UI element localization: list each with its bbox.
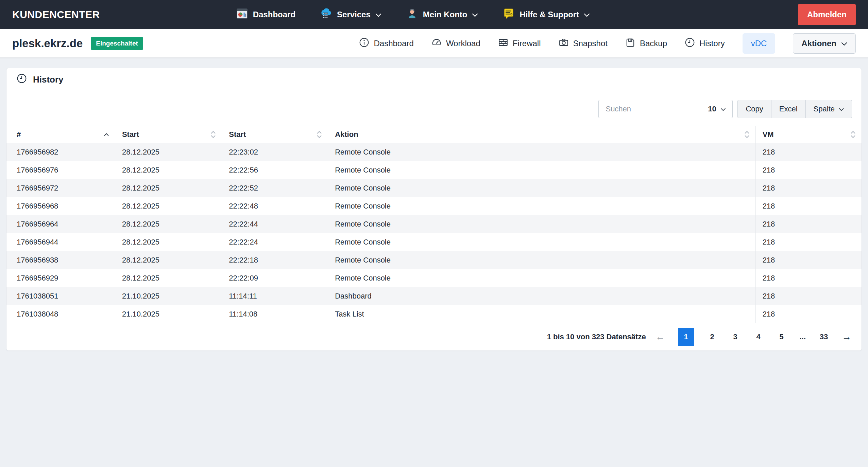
table-row: 176695693828.12.202522:22:18Remote Conso…	[6, 251, 862, 269]
cell-id: 1766956929	[6, 269, 115, 287]
column-header-vm[interactable]: VM	[755, 126, 862, 143]
column-header-aktion[interactable]: Aktion	[328, 126, 756, 143]
cell-date: 28.12.2025	[115, 233, 222, 251]
cell-action: Dashboard	[328, 287, 756, 305]
floppy-icon	[625, 37, 635, 50]
sort-both-icon	[744, 131, 750, 138]
cell-date: 28.12.2025	[115, 143, 222, 161]
search-input[interactable]	[598, 100, 701, 118]
cell-time: 11:14:08	[222, 305, 328, 323]
actions-dropdown-button[interactable]: Aktionen	[793, 33, 856, 54]
next-page-arrow[interactable]: →	[842, 331, 851, 342]
page-button-33[interactable]: 33	[819, 328, 829, 346]
column-header-id[interactable]: #	[6, 126, 115, 143]
table-row: 176695698228.12.202522:23:02Remote Conso…	[6, 143, 862, 161]
cell-date: 28.12.2025	[115, 197, 222, 215]
cell-vm: 218	[755, 215, 862, 233]
nav-label: Services	[337, 10, 371, 19]
sort-both-icon	[316, 131, 322, 138]
cell-time: 22:22:56	[222, 161, 328, 179]
column-header-start-time[interactable]: Start	[222, 126, 328, 143]
table-row: 176103804821.10.202511:14:08Task List218	[6, 305, 862, 323]
cell-action: Remote Console	[328, 143, 756, 161]
cell-action: Remote Console	[328, 233, 756, 251]
page-title: plesk.ekrz.de	[12, 37, 83, 50]
chevron-down-icon	[841, 39, 847, 48]
tab-label: History	[699, 39, 725, 48]
card-title: History	[33, 74, 64, 85]
column-dropdown-button[interactable]: Spalte	[805, 100, 852, 118]
page-size-value: 10	[708, 105, 716, 113]
page-button-4[interactable]: 4	[753, 328, 764, 346]
table-row: 176103805121.10.202511:14:11Dashboard218	[6, 287, 862, 305]
chevron-down-icon	[584, 10, 590, 19]
page-button-1[interactable]: 1	[678, 328, 694, 346]
cell-date: 28.12.2025	[115, 251, 222, 269]
cell-vm: 218	[755, 161, 862, 179]
copy-button[interactable]: Copy	[737, 100, 771, 118]
nav-label: Hilfe & Support	[520, 10, 579, 19]
tab-label: Dashboard	[374, 39, 413, 48]
cell-time: 22:22:52	[222, 179, 328, 197]
tab-snapshot[interactable]: Snapshot	[559, 37, 608, 50]
tab-label: Firewall	[513, 39, 541, 48]
tab-history[interactable]: History	[685, 37, 725, 50]
cell-action: Remote Console	[328, 179, 756, 197]
page-size-select[interactable]: 10	[701, 100, 733, 118]
cell-vm: 218	[755, 179, 862, 197]
cell-vm: 218	[755, 269, 862, 287]
nav-item-services[interactable]: Services	[320, 7, 381, 22]
camera-icon	[559, 37, 569, 50]
cell-action: Remote Console	[328, 215, 756, 233]
cell-action: Remote Console	[328, 161, 756, 179]
column-label: Start	[229, 130, 246, 139]
sort-both-icon	[850, 131, 856, 138]
nav-item-hilfe-support[interactable]: ? Hilfe & Support	[503, 7, 590, 22]
cell-id: 1761038051	[6, 287, 115, 305]
previous-page-arrow[interactable]: ←	[656, 331, 665, 342]
cell-time: 22:23:02	[222, 143, 328, 161]
chevron-down-icon	[720, 105, 726, 113]
nav-item-dashboard[interactable]: Dashboard	[236, 7, 295, 22]
main-nav: Dashboard Services Mein Konto	[236, 7, 590, 22]
table-row: 176695692928.12.202522:22:09Remote Conso…	[6, 269, 862, 287]
status-badge: Eingeschaltet	[91, 37, 143, 50]
card-header: History	[6, 68, 862, 91]
tab-backup[interactable]: Backup	[625, 37, 667, 50]
tab-label: Snapshot	[573, 39, 608, 48]
records-summary: 1 bis 10 von 323 Datensätze	[547, 333, 646, 341]
page-button-5[interactable]: 5	[777, 328, 787, 346]
table-row: 176695696828.12.202522:22:48Remote Conso…	[6, 197, 862, 215]
cell-date: 28.12.2025	[115, 179, 222, 197]
tab-dashboard[interactable]: Dashboard	[359, 37, 413, 50]
clock-icon	[17, 73, 27, 86]
tab-label: Backup	[640, 39, 667, 48]
export-button-group: Copy Excel Spalte	[737, 100, 852, 118]
cell-id: 1766956938	[6, 251, 115, 269]
cell-time: 11:14:11	[222, 287, 328, 305]
cell-id: 1766956968	[6, 197, 115, 215]
cell-id: 1766956976	[6, 161, 115, 179]
cell-vm: 218	[755, 287, 862, 305]
cell-time: 22:22:24	[222, 233, 328, 251]
page-button-3[interactable]: 3	[730, 328, 741, 346]
cell-time: 22:22:44	[222, 215, 328, 233]
nav-item-mein-konto[interactable]: Mein Konto	[406, 7, 478, 22]
actions-label: Aktionen	[801, 39, 836, 48]
page-button-2[interactable]: 2	[707, 328, 717, 346]
tab-workload[interactable]: Workload	[431, 37, 480, 50]
logout-button[interactable]: Abmelden	[798, 4, 856, 25]
column-header-start-date[interactable]: Start	[115, 126, 222, 143]
brand-logo[interactable]: KUNDENCENTER	[12, 9, 100, 20]
pagination-bar: 1 bis 10 von 323 Datensätze ← 12345...33…	[6, 323, 862, 351]
chevron-down-icon	[375, 10, 381, 19]
cell-id: 1766956982	[6, 143, 115, 161]
cell-id: 1766956944	[6, 233, 115, 251]
vdc-button[interactable]: vDC	[743, 33, 776, 54]
history-table: # Start Start	[6, 126, 862, 323]
chevron-down-icon	[472, 10, 478, 19]
excel-button[interactable]: Excel	[771, 100, 806, 118]
tab-firewall[interactable]: Firewall	[498, 37, 541, 50]
cell-id: 1766956972	[6, 179, 115, 197]
column-label: Spalte	[814, 105, 835, 113]
